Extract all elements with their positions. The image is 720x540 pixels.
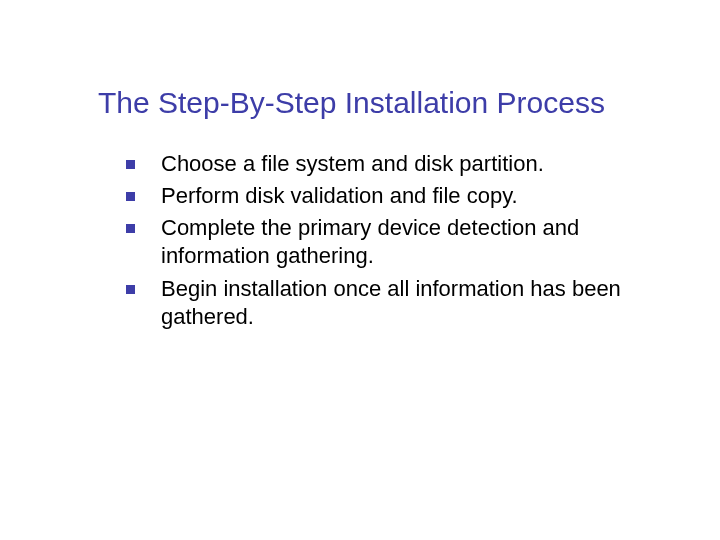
slide-title: The Step-By-Step Installation Process: [0, 0, 720, 120]
bullet-text: Choose a file system and disk partition.: [161, 150, 544, 178]
square-bullet-icon: [126, 160, 135, 169]
list-item: Complete the primary device detection an…: [126, 214, 658, 270]
bullet-text: Complete the primary device detection an…: [161, 214, 658, 270]
bullet-text: Perform disk validation and file copy.: [161, 182, 518, 210]
bullet-list: Choose a file system and disk partition.…: [0, 150, 720, 331]
slide: The Step-By-Step Installation Process Ch…: [0, 0, 720, 540]
list-item: Perform disk validation and file copy.: [126, 182, 658, 210]
bullet-text: Begin installation once all information …: [161, 275, 658, 331]
square-bullet-icon: [126, 224, 135, 233]
list-item: Begin installation once all information …: [126, 275, 658, 331]
square-bullet-icon: [126, 192, 135, 201]
list-item: Choose a file system and disk partition.: [126, 150, 658, 178]
square-bullet-icon: [126, 285, 135, 294]
